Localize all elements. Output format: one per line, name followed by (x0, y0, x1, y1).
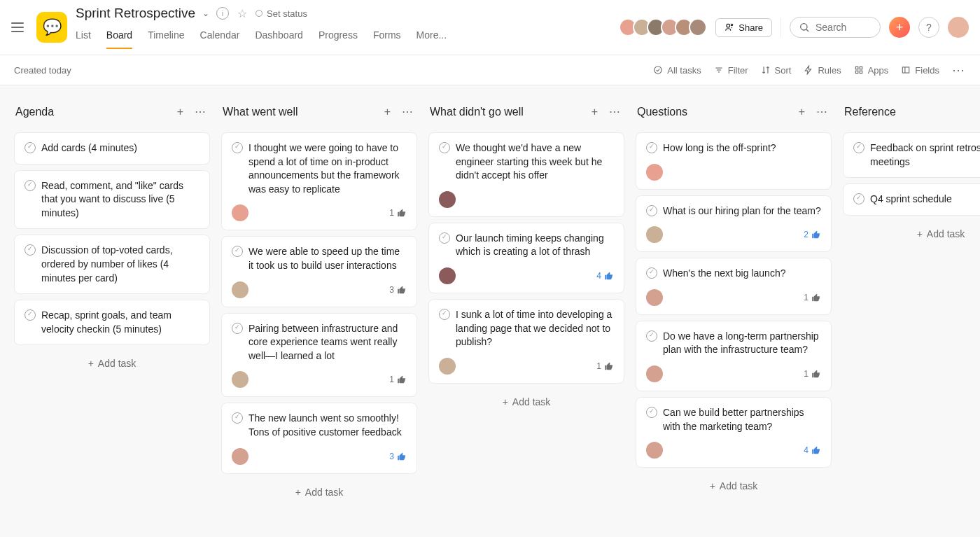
task-card[interactable]: Do we have a long-term partnership plan … (636, 321, 832, 391)
assignee-avatar[interactable] (232, 371, 248, 388)
tab-progress[interactable]: Progress (318, 25, 358, 49)
column-more-button[interactable]: ⋯ (192, 102, 209, 121)
task-card[interactable]: When's the next big launch?1 (636, 258, 832, 315)
share-button[interactable]: Share (715, 18, 772, 37)
complete-checkbox[interactable] (646, 407, 657, 418)
assignee-avatar[interactable] (232, 448, 248, 465)
task-card[interactable]: Pairing between infrastructure and core … (221, 313, 417, 398)
column-title[interactable]: What went well (223, 106, 376, 118)
column-more-button[interactable]: ⋯ (606, 102, 623, 121)
assignee-avatar[interactable] (646, 289, 663, 306)
add-task-button[interactable]: +Add task (14, 351, 210, 376)
like-button[interactable]: 4 (804, 445, 821, 455)
global-add-button[interactable]: + (889, 17, 910, 38)
assignee-avatar[interactable] (439, 267, 456, 284)
like-button[interactable]: 1 (389, 208, 407, 218)
search-box[interactable] (790, 17, 881, 38)
like-button[interactable]: 1 (804, 369, 821, 379)
like-button[interactable]: 1 (389, 375, 407, 384)
complete-checkbox[interactable] (232, 246, 243, 257)
like-button[interactable]: 1 (804, 293, 821, 302)
search-input[interactable] (816, 22, 872, 33)
complete-checkbox[interactable] (24, 180, 36, 191)
complete-checkbox[interactable] (24, 142, 36, 153)
tab-list[interactable]: List (76, 25, 91, 49)
task-card[interactable]: Discussion of top-voted cards, ordered b… (14, 235, 210, 294)
tab-forms[interactable]: Forms (373, 25, 401, 49)
assignee-avatar[interactable] (232, 281, 248, 298)
complete-checkbox[interactable] (646, 330, 657, 342)
like-button[interactable]: 3 (389, 285, 407, 295)
complete-checkbox[interactable] (646, 267, 657, 279)
add-task-button[interactable]: +Add task (843, 221, 980, 246)
tab-calendar[interactable]: Calendar (200, 25, 240, 49)
rules-button[interactable]: Rules (804, 65, 841, 76)
more-menu-button[interactable]: ⋯ (952, 62, 966, 78)
column-title[interactable]: Reference (844, 106, 980, 118)
tab-dashboard[interactable]: Dashboard (255, 25, 303, 49)
column-title[interactable]: Agenda (15, 106, 169, 118)
add-task-button[interactable]: +Add task (636, 473, 832, 498)
filter-button[interactable]: Filter (714, 65, 748, 76)
task-card[interactable]: I sunk a lot of time into developing a l… (428, 299, 624, 384)
complete-checkbox[interactable] (439, 309, 450, 320)
tab-more[interactable]: More... (416, 25, 447, 49)
tab-timeline[interactable]: Timeline (148, 25, 184, 49)
chevron-down-icon[interactable]: ⌄ (202, 8, 209, 18)
complete-checkbox[interactable] (24, 244, 36, 256)
assignee-avatar[interactable] (439, 191, 456, 208)
complete-checkbox[interactable] (853, 193, 864, 204)
column-add-button[interactable]: + (174, 103, 186, 121)
all-tasks-button[interactable]: All tasks (653, 65, 701, 76)
complete-checkbox[interactable] (232, 323, 243, 334)
help-button[interactable]: ? (918, 17, 939, 38)
add-task-button[interactable]: +Add task (221, 480, 417, 505)
complete-checkbox[interactable] (646, 142, 657, 153)
column-more-button[interactable]: ⋯ (813, 102, 830, 121)
complete-checkbox[interactable] (24, 309, 36, 321)
task-card[interactable]: What is our hiring plan for the team?2 (636, 195, 832, 253)
column-title[interactable]: What didn't go well (430, 106, 583, 118)
set-status-button[interactable]: Set status (255, 8, 307, 19)
task-card[interactable]: I thought we were going to have to spend… (221, 132, 417, 230)
assignee-avatar[interactable] (646, 164, 663, 181)
column-add-button[interactable]: + (796, 103, 808, 121)
task-card[interactable]: How long is the off-sprint? (636, 132, 832, 190)
fields-button[interactable]: Fields (901, 65, 939, 76)
user-avatar[interactable] (948, 17, 969, 38)
like-button[interactable]: 3 (389, 452, 407, 461)
task-card[interactable]: Recap, sprint goals, and team velocity c… (14, 300, 210, 345)
task-card[interactable]: Our launch timing keeps changing which i… (428, 223, 624, 293)
assignee-avatar[interactable] (646, 442, 663, 459)
like-button[interactable]: 2 (804, 230, 821, 239)
task-card[interactable]: The new launch went so smoothly! Tons of… (221, 403, 417, 473)
like-button[interactable]: 4 (596, 271, 614, 281)
complete-checkbox[interactable] (646, 205, 657, 216)
task-card[interactable]: We were able to speed up the time it too… (221, 236, 417, 307)
task-card[interactable]: Feedback on sprint retrosp meetings (843, 132, 980, 178)
info-icon[interactable]: i (216, 7, 229, 20)
complete-checkbox[interactable] (439, 142, 450, 153)
assignee-avatar[interactable] (646, 226, 663, 243)
complete-checkbox[interactable] (439, 232, 450, 244)
project-title[interactable]: Sprint Retrospective (76, 6, 195, 21)
task-card[interactable]: Read, comment, and "like" cards that you… (14, 170, 210, 230)
column-add-button[interactable]: + (589, 103, 601, 121)
star-icon[interactable]: ☆ (236, 7, 248, 20)
sort-button[interactable]: Sort (761, 65, 792, 76)
add-task-button[interactable]: +Add task (428, 389, 624, 414)
task-card[interactable]: Q4 sprint schedule (843, 183, 980, 216)
complete-checkbox[interactable] (232, 412, 243, 424)
apps-button[interactable]: Apps (854, 65, 889, 76)
task-card[interactable]: Can we build better partnerships with th… (636, 397, 832, 468)
complete-checkbox[interactable] (232, 142, 243, 153)
complete-checkbox[interactable] (853, 142, 864, 153)
assignee-avatar[interactable] (439, 358, 456, 375)
column-add-button[interactable]: + (382, 103, 393, 121)
member-avatar[interactable] (689, 18, 707, 36)
tab-board[interactable]: Board (106, 25, 132, 49)
assignee-avatar[interactable] (232, 204, 248, 221)
task-card[interactable]: We thought we'd have a new engineer star… (428, 132, 624, 217)
sidebar-toggle[interactable] (11, 19, 28, 36)
column-title[interactable]: Questions (637, 106, 790, 118)
